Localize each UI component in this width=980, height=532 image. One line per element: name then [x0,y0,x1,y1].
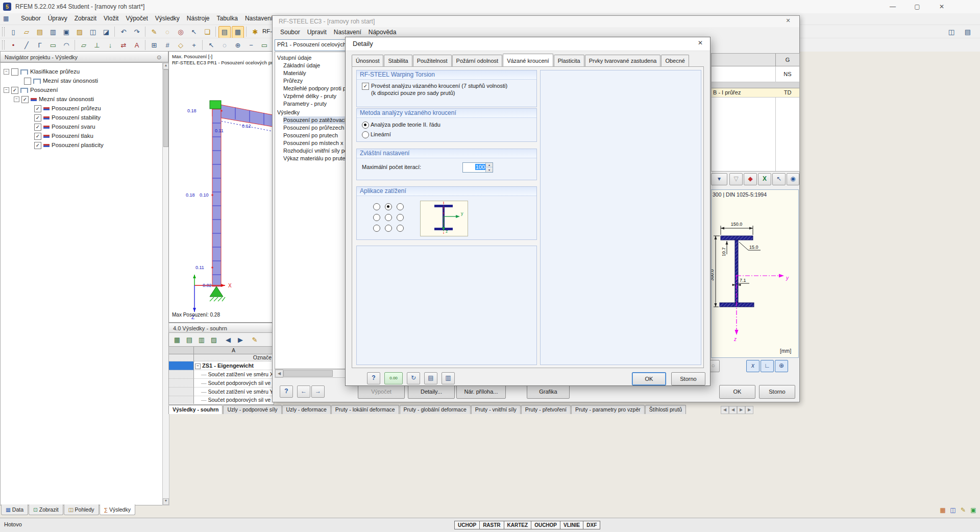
tab-pouzitelnost[interactable]: Použitelnost [413,55,452,66]
table-tab-pruty-parametry-vzper[interactable]: Pruty - parametry pro vzpěr [571,405,645,414]
tab-obecne[interactable]: Obecné [661,55,689,66]
save-button[interactable]: ▣ [60,26,72,38]
minimize-button[interactable]: — [881,0,904,13]
table-tab-pruty-vnitrni-sily[interactable]: Pruty - vnitřní síly [471,405,521,414]
table-tab-pruty-lokalni-deformace[interactable]: Pruty - lokální deformace [331,405,399,414]
tab-vazane-krouceni[interactable]: Vázané kroucení [503,54,553,67]
lasso-select-button[interactable]: ◌ [161,26,174,38]
open-file-button[interactable]: ▱ [20,26,33,38]
table-tab-pruty-globalni-deformace[interactable]: Pruty - globální deformace [400,405,471,414]
national-annex-button[interactable]: Nár. příloha... [456,385,506,399]
checkbox-checked[interactable]: ✓ [34,142,41,149]
zoom-in-button[interactable]: ⊕ [232,39,244,52]
save-archive-button[interactable]: ▥ [47,26,59,38]
tree-item-posouzeni-plasticity[interactable]: ✓Posouzení plasticity [34,140,104,150]
menu-nastroje[interactable]: Nástroje [183,13,213,23]
snap-toggle-ouchop[interactable]: OUCHOP [531,521,560,529]
tree-item-mezni-stav-2[interactable]: −✓Mezní stav únosnosti [14,94,94,104]
tree-item-klasifikace[interactable]: −✓Klasifikace průřezu [4,67,80,76]
zoom-section-icon[interactable]: ⊕ [775,360,788,372]
insert-line-button[interactable]: ╱ [20,39,33,52]
tree-item-posouzeni[interactable]: −✓Posouzení [4,85,58,94]
tab-scroll-right-icon[interactable]: ▶ [737,406,745,414]
warping-checkbox-label[interactable]: Provést analýzu vázaného kroucení (7 stu… [371,83,507,89]
colored-table-icon[interactable]: ▦ [938,505,947,515]
table-ok-button[interactable]: ▦ [171,334,183,346]
toolbar-grip[interactable] [2,27,5,36]
table-tab-stihlosti-prutu[interactable]: Štíhlosti prutů [645,405,686,414]
rf-prev-window-icon[interactable]: ← [297,385,310,398]
tab-scroll-left-icon[interactable]: ◀ [721,406,729,414]
rf-next-window-icon[interactable]: → [311,385,325,398]
table-row[interactable]: — Součet zatížení ve směru X [194,370,280,379]
table-view-button[interactable]: ▤ [218,26,231,38]
checkbox-checked[interactable]: ✓ [34,124,41,131]
load-pos-radio-7[interactable] [373,225,380,232]
menu-upravy[interactable]: Úpravy [44,13,71,23]
checkbox-unchecked[interactable]: ✓ [11,68,18,76]
load-pos-radio-2[interactable] [385,203,392,210]
tab-scroll-left-icon[interactable]: ◀ [729,406,737,414]
axes-view-icon[interactable]: ∟ [761,360,774,372]
tab-prvky-tvarovane-zastudena[interactable]: Prvky tvarované zastudena [585,55,661,66]
spin-down-icon[interactable]: ▾ [485,168,493,172]
tab-stabilita[interactable]: Stabilita [384,55,412,66]
column-header-a[interactable]: A [194,347,273,354]
row-header-cell[interactable] [169,370,194,379]
table-export-button[interactable]: ▨ [208,334,220,346]
table-rows-button[interactable]: ▥ [195,334,208,346]
tab-scroll-right-icon[interactable]: ▶ [745,406,753,414]
radio-second-order-label[interactable]: Analýza podle teorie II. řádu [371,122,440,128]
tree-item-posouzeni-tlaku[interactable]: ✓Posouzení tlaku [34,131,93,140]
comment-button[interactable]: # [161,39,174,52]
table-row-group[interactable]: −ZS1 - Eigengewicht [194,361,273,370]
load-pos-radio-3[interactable] [397,203,404,210]
spin-up-icon[interactable]: ▴ [485,163,493,167]
table-tab-vysledky-souhrn[interactable]: Výsledky - souhrn [168,405,223,414]
status-grid-icon[interactable]: ▣ [969,505,978,515]
section-button[interactable]: ◇ [175,39,187,52]
selected-row-header[interactable] [169,361,194,370]
excel-export-icon[interactable]: X [758,173,771,185]
rf-row-td[interactable]: TD [776,88,799,98]
expander-icon[interactable]: − [4,69,9,75]
view-button[interactable]: ▭ [258,39,271,52]
checkbox-checked[interactable]: ✓ [34,133,41,140]
table-grid-button[interactable]: ▦ [232,26,244,38]
insert-surface-button[interactable]: ▱ [78,39,90,52]
next-table-button[interactable]: ▶ [234,334,247,346]
open-archive-button[interactable]: ▤ [34,26,46,38]
dialog-cancel-button[interactable]: Storno [671,372,705,385]
edit-polygon-button[interactable]: ✎ [148,26,160,38]
tab-pozarni-odolnost[interactable]: Požární odolnost [452,55,503,66]
menu-soubor[interactable]: Soubor [17,13,44,23]
snap-toggle-uchop[interactable]: UCHOP [454,521,480,529]
load-pos-radio-4[interactable] [373,214,380,221]
menu-zobrazit[interactable]: Zobrazit [71,13,100,23]
tree-item-posouzeni-prurezu[interactable]: ✓Posouzení průřezu [34,104,101,113]
clipboard-button[interactable]: ▨ [74,26,86,38]
export-units-icon[interactable]: ▤ [424,372,437,384]
rf-menu-nastaveni[interactable]: Nastavení [330,27,365,37]
run-module-icon[interactable]: ✱ [249,26,261,38]
rf-menu-upravit[interactable]: Upravit [304,27,330,37]
rf-dropdown-icon[interactable]: ▾ [711,173,727,185]
row-header-cell[interactable] [169,388,194,396]
insert-polyline-button[interactable]: Γ [34,39,46,52]
snap-target-button[interactable]: ◎ [175,26,187,38]
scroll-thumb[interactable] [163,69,168,147]
view-mode-icon[interactable]: ◉ [787,173,799,185]
new-window-button[interactable]: ❏ [201,26,213,38]
panel-toggle-button[interactable]: ◫ [945,26,958,38]
rf-menu-soubor[interactable]: Soubor [277,27,304,37]
menu-tabulka[interactable]: Tabulka [213,13,241,23]
nav-tab-data[interactable]: ▦ Data [1,504,28,515]
rf-help-icon[interactable]: ? [280,385,293,398]
dimension-button[interactable]: ⊞ [148,39,160,52]
pin-icon[interactable]: ⊙ [157,52,161,63]
redo-button[interactable]: ↷ [131,26,143,38]
nav-tab-zobrazit[interactable]: ⊡ Zobrazit [29,504,63,515]
tree-item-posouzeni-svaru[interactable]: ✓Posouzení svaru [34,122,95,131]
dialog-titlebar[interactable]: Detaily ✕ [346,37,710,51]
insert-load-button[interactable]: ⇄ [117,39,130,52]
